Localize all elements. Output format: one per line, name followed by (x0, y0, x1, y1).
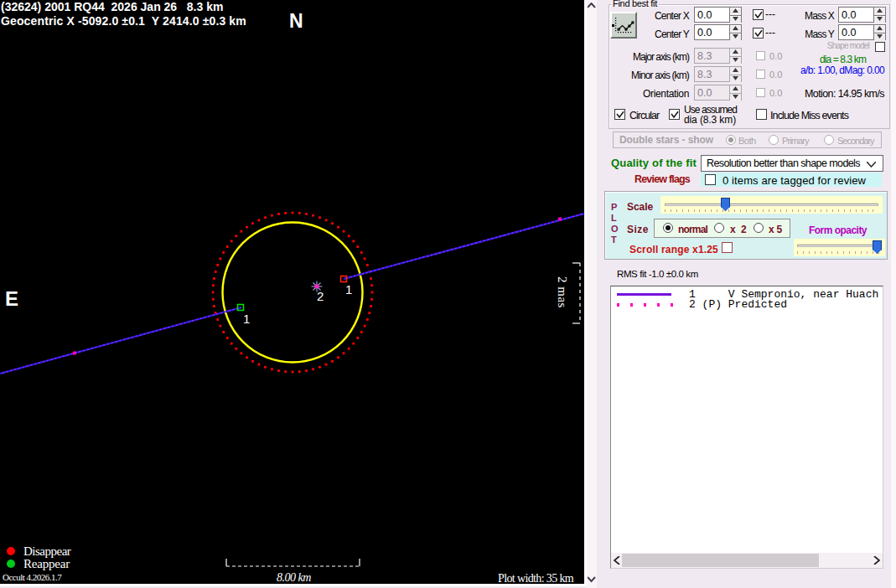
svg-text:(32624) 2001 RQ44 2026 Jan 26: (32624) 2001 RQ44 2026 Jan 26 8.3 km (1, 0, 223, 13)
svg-text:Occult 4.2026.1.7: Occult 4.2026.1.7 (3, 572, 62, 582)
svg-text:Geocentric X -5092.0 ±0.1 Y 2: Geocentric X -5092.0 ±0.1 Y 2414.0 ±0.3 … (1, 14, 246, 28)
svg-text:Disappear: Disappear (23, 544, 71, 558)
svg-text:E: E (5, 287, 18, 310)
svg-text:8.00 km: 8.00 km (277, 571, 311, 584)
svg-text:Reappear: Reappear (23, 557, 70, 570)
svg-text:1: 1 (345, 282, 352, 297)
svg-text:2 mas: 2 mas (556, 276, 569, 308)
svg-text:2: 2 (317, 289, 324, 303)
svg-text:1: 1 (243, 312, 250, 326)
svg-text:Plot width: 35 km: Plot width: 35 km (498, 572, 574, 585)
svg-text:N: N (289, 10, 303, 32)
